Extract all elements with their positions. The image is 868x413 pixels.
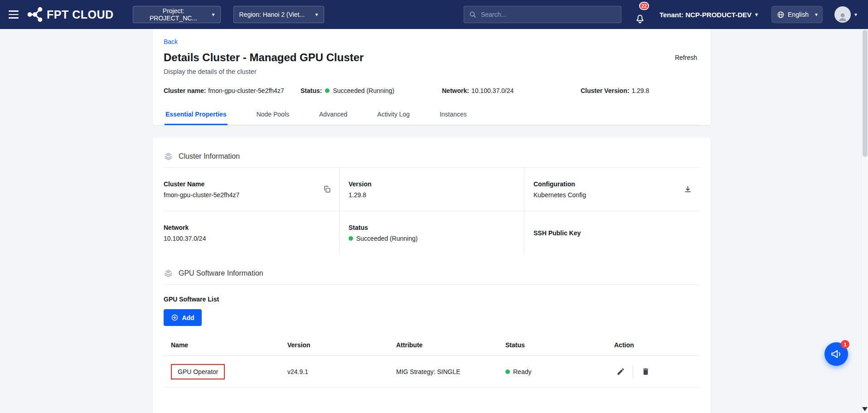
status-dot-green [325,88,330,93]
caret-down-icon: ▾ [212,11,215,18]
status-cell: Status Succeeded (Running) [339,211,524,255]
summary-status: Status: Succeeded (Running) [301,87,442,94]
table-row: GPU Operator v24.9.1 MIG Strategy: SINGL… [164,356,700,388]
tab-node-pools[interactable]: Node Pools [256,106,290,125]
caret-down-icon: ▾ [755,11,758,18]
language-selector[interactable]: English ▾ [771,6,823,23]
page-subtitle: Display the details of the cluster [164,68,700,75]
cluster-info-grid: Cluster Name fmon-gpu-cluster-5e2fh4z7 V… [164,168,700,255]
software-attribute: MIG Strategy: SINGLE [389,356,498,388]
bell-icon [634,12,646,24]
tab-essential-properties[interactable]: Essential Properties [165,106,228,125]
top-navbar: FPT CLOUD Project: PROJECT_NC... ▾ Regio… [0,0,868,29]
cluster-tabs: Essential Properties Node Pools Advanced… [164,106,700,125]
network-cell: Network 10.100.37.0/24 [164,211,339,255]
section-title: Cluster Information [179,152,240,160]
status-value: Succeeded (Running) [356,235,417,242]
version-value: 1.29.8 [349,191,372,199]
table-header-row: Name Version Attribute Status Action [164,336,700,356]
col-header-attribute: Attribute [389,336,498,356]
cluster-name-label: Cluster Name [164,180,239,188]
navbar-right: 22 Tenant: NCP-PRODUCT-DEV ▾ English ▾ ▾ [464,5,857,24]
back-link[interactable]: Back [164,38,178,45]
tab-advanced[interactable]: Advanced [318,106,348,125]
edit-button[interactable] [614,365,627,378]
fab-badge: 1 [841,340,849,349]
action-separator [633,366,633,378]
software-version: v24.9.1 [280,356,389,388]
add-button-label: Add [182,314,194,321]
cluster-name-value: fmon-gpu-cluster-5e2fh4z7 [164,191,239,199]
col-header-name: Name [164,336,280,356]
essential-properties-card: Cluster Information Cluster Name fmon-gp… [153,138,711,413]
fpt-cloud-logo[interactable]: FPT CLOUD [27,7,114,22]
gpu-software-table: Name Version Attribute Status Action GPU… [164,336,700,388]
menu-button[interactable] [3,0,24,29]
status-label: Status [349,224,417,231]
user-menu[interactable]: ▾ [834,6,857,23]
configuration-cell: Configuration Kubernetes Config [524,168,700,211]
annotation-highlight-box: GPU Operator [171,364,225,379]
status-dot-green [505,369,510,374]
cluster-header-card: Back Details Cluster - Managed GPU Clust… [153,29,711,125]
network-value: 10.100.37.0/24 [164,235,206,242]
download-kubeconfig-button[interactable] [682,184,693,195]
avatar [834,6,851,23]
search-box [464,6,621,23]
announcements-fab-button[interactable]: 1 [824,342,848,366]
summary-cluster-version: Cluster Version: 1.29.8 [581,87,649,94]
delete-button[interactable] [639,365,652,378]
version-label: Version [349,180,372,188]
software-status: Ready [513,368,531,375]
notification-badge: 22 [639,2,649,10]
tab-instances[interactable]: Instances [439,106,468,125]
region-selector-label: Region: Hanoi 2 (Viet... [239,11,305,18]
configuration-value: Kubernetes Config [533,191,586,199]
logo-text: FPT CLOUD [47,8,114,21]
project-selector-label: Project: PROJECT_NC... [139,7,209,22]
user-icon [837,11,849,23]
add-gpu-software-button[interactable]: Add [164,309,202,326]
software-name: GPU Operator [178,368,218,375]
hamburger-icon [9,10,19,12]
network-label: Network [164,224,206,231]
vertical-scrollbar[interactable] [861,29,868,413]
gpu-software-list-label: GPU Software List [164,296,700,303]
divider [164,284,700,285]
caret-down-icon: ▾ [854,11,857,18]
download-icon [684,185,692,194]
search-icon [469,10,477,19]
megaphone-icon [830,348,842,360]
notifications-button[interactable]: 22 [633,5,649,24]
caret-down-icon: ▾ [315,11,318,18]
version-cell: Version 1.29.8 [339,168,524,211]
search-input[interactable] [481,11,616,18]
cluster-summary-row: Cluster name: fmon-gpu-cluster-5e2fh4z7 … [164,87,700,94]
configuration-label: Configuration [533,180,586,188]
scrollbar-thumb[interactable] [863,30,868,157]
page-title: Details Cluster - Managed GPU Cluster [164,51,364,64]
globe-icon [776,10,785,19]
refresh-button[interactable]: Refresh [675,54,697,61]
layers-icon [164,151,173,161]
summary-cluster-name: Cluster name: fmon-gpu-cluster-5e2fh4z7 [164,87,301,94]
status-dot-green [349,236,353,241]
layers-icon [164,268,173,278]
region-selector[interactable]: Region: Hanoi 2 (Viet... ▾ [233,6,324,23]
main-content: Back Details Cluster - Managed GPU Clust… [153,29,711,413]
cluster-name-cell: Cluster Name fmon-gpu-cluster-5e2fh4z7 [164,168,339,211]
language-label: English [788,11,809,18]
copy-cluster-name-button[interactable] [321,184,333,195]
plus-circle-icon [171,314,179,321]
col-header-action: Action [607,336,700,356]
navbar-left: FPT CLOUD Project: PROJECT_NC... ▾ Regio… [0,0,324,29]
project-selector[interactable]: Project: PROJECT_NC... ▾ [133,6,221,23]
col-header-version: Version [280,336,389,356]
caret-down-icon: ▾ [815,11,818,18]
ssh-public-key-label: SSH Public Key [533,229,581,237]
tenant-selector[interactable]: Tenant: NCP-PRODUCT-DEV ▾ [659,11,758,19]
trash-icon [641,367,650,376]
tab-activity-log[interactable]: Activity Log [376,106,411,125]
summary-network: Network: 10.100.37.0/24 [442,87,581,94]
scroll-down-arrow-icon[interactable] [862,407,868,411]
